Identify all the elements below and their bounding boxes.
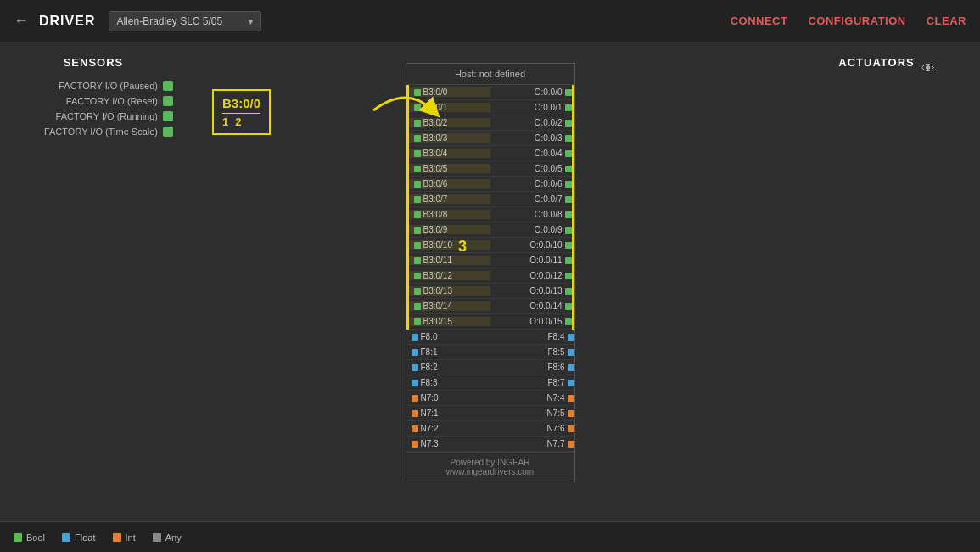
data-row-f8-1: F8:1 F8:5 bbox=[406, 345, 574, 360]
data-row-b3-0-12: B3:0/12 O:0.0/12 bbox=[409, 268, 572, 284]
sensor-item-timescale: FACTORY I/O (Time Scale) bbox=[14, 127, 173, 137]
data-rows-scroll[interactable]: B3:0/0 O:0.0/0 B3:0/1 O:0.0/ bbox=[406, 85, 574, 452]
eye-icon[interactable]: 👁 bbox=[921, 61, 935, 76]
footer-line2: www.ingeardrivers.com bbox=[410, 467, 571, 476]
annotation-b3-box: B3:0/0 1 2 bbox=[212, 89, 271, 135]
sensor-indicator-paused bbox=[163, 81, 173, 91]
sensor-indicator-timescale bbox=[163, 127, 173, 137]
driver-select-wrapper: Allen-Bradley SLC 5/05Allen-Bradley Micr… bbox=[109, 11, 261, 31]
data-row-n7-1: N7:1 N7:5 bbox=[406, 406, 574, 421]
main-area: SENSORS FACTORY I/O (Paused) FACTORY I/O… bbox=[0, 42, 980, 521]
actuators-header: ACTUATORS 👁 bbox=[807, 56, 966, 81]
actuators-title: ACTUATORS bbox=[838, 56, 914, 69]
data-row-b3-0-15: B3:0/15 O:0.0/15 bbox=[409, 314, 572, 330]
left-label: B3:0/0 bbox=[423, 87, 448, 97]
legend-label-bool: Bool bbox=[26, 532, 45, 543]
legend-float: Float bbox=[62, 532, 95, 543]
sensor-label-reset: FACTORY I/O (Reset) bbox=[66, 96, 158, 106]
legend-dot-any bbox=[153, 533, 161, 542]
driver-select[interactable]: Allen-Bradley SLC 5/05Allen-Bradley Micr… bbox=[109, 11, 261, 31]
data-row-b3-0-5: B3:0/5 O:0.0/5 bbox=[409, 161, 572, 177]
sensor-item-paused: FACTORY I/O (Paused) bbox=[14, 81, 173, 91]
configuration-button[interactable]: CONFIGURATION bbox=[808, 14, 905, 27]
data-row-b3-0-2: B3:0/2 O:0.0/2 bbox=[409, 115, 572, 131]
legend-label-float: Float bbox=[75, 532, 95, 543]
legend-label-int: Int bbox=[126, 532, 136, 543]
footer-legend: Bool Float Int Any bbox=[0, 521, 980, 552]
data-row-b3-0-1: B3:0/1 O:0.0/1 bbox=[409, 100, 572, 115]
sensors-title: SENSORS bbox=[14, 56, 173, 69]
connect-button[interactable]: CONNECT bbox=[731, 14, 788, 27]
legend-dot-bool bbox=[14, 533, 22, 542]
center-area: B3:0/0 1 2 3 Host: not defined bbox=[187, 42, 793, 521]
data-row-b3-0-8: B3:0/8 O:0.0/8 bbox=[409, 207, 572, 222]
footer-line1: Powered by INGEAR bbox=[410, 458, 571, 467]
clear-button[interactable]: CLEAR bbox=[927, 14, 966, 27]
annotation-number-3: 3 bbox=[458, 238, 467, 256]
left-indicator bbox=[414, 89, 421, 96]
data-row-b3-0-4: B3:0/4 O:0.0/4 bbox=[409, 146, 572, 161]
data-row-b3-0-6: B3:0/6 O:0.0/6 bbox=[409, 177, 572, 192]
right-indicator bbox=[565, 89, 572, 96]
right-label: O:0.0/0 bbox=[535, 87, 563, 97]
data-row-n7-3: N7:3 N7:7 bbox=[406, 437, 574, 452]
legend-any: Any bbox=[153, 532, 182, 543]
data-row-f8-3: F8:3 F8:7 bbox=[406, 375, 574, 391]
actuators-panel: ACTUATORS 👁 bbox=[793, 42, 980, 521]
sensor-indicator-reset bbox=[163, 96, 173, 106]
sensor-indicator-running bbox=[163, 111, 173, 121]
data-row-b3-0-10: B3:0/10 O:0.0/10 bbox=[409, 238, 572, 253]
data-row-n7-0: N7:0 N7:4 bbox=[406, 391, 574, 406]
data-row-n7-2: N7:2 N7:6 bbox=[406, 421, 574, 437]
data-row-b3-0-0: B3:0/0 O:0.0/0 bbox=[409, 85, 572, 100]
legend-label-any: Any bbox=[165, 532, 182, 543]
data-row-b3-0-14: B3:0/14 O:0.0/14 bbox=[409, 299, 572, 314]
sensor-label-timescale: FACTORY I/O (Time Scale) bbox=[44, 127, 158, 137]
data-row-f8-0: F8:0 F8:4 bbox=[406, 330, 574, 345]
legend-dot-float bbox=[62, 533, 70, 542]
legend-bool: Bool bbox=[14, 532, 45, 543]
annotation-sub1: 1 bbox=[222, 115, 228, 128]
sensor-item-running: FACTORY I/O (Running) bbox=[14, 111, 173, 121]
sensors-panel: SENSORS FACTORY I/O (Paused) FACTORY I/O… bbox=[0, 42, 187, 521]
data-row-b3-0-7: B3:0/7 O:0.0/7 bbox=[409, 192, 572, 207]
data-row-b3-0-9: B3:0/9 O:0.0/9 bbox=[409, 222, 572, 238]
sensor-item-reset: FACTORY I/O (Reset) bbox=[14, 96, 173, 106]
sensor-label-paused: FACTORY I/O (Paused) bbox=[59, 81, 158, 91]
annotation-b3-label: B3:0/0 bbox=[222, 96, 260, 110]
header: ← DRIVER Allen-Bradley SLC 5/05Allen-Bra… bbox=[0, 0, 980, 42]
page-title: DRIVER bbox=[39, 14, 95, 29]
data-panel-footer: Powered by INGEAR www.ingeardrivers.com bbox=[406, 452, 574, 482]
data-row-b3-0-3: B3:0/3 O:0.0/3 bbox=[409, 131, 572, 146]
data-panel: Host: not defined B3:0/0 O:0.0/0 bbox=[406, 63, 575, 482]
annotation-sub2: 2 bbox=[235, 115, 241, 128]
data-row-f8-2: F8:2 F8:6 bbox=[406, 360, 574, 375]
back-button[interactable]: ← bbox=[14, 12, 29, 30]
data-row-b3-0-13: B3:0/13 O:0.0/13 bbox=[409, 284, 572, 299]
sensor-label-running: FACTORY I/O (Running) bbox=[56, 111, 158, 121]
data-row-b3-0-11: B3:0/11 O:0.0/11 bbox=[409, 253, 572, 268]
legend-int: Int bbox=[113, 532, 136, 543]
legend-dot-int bbox=[113, 533, 121, 542]
host-label: Host: not defined bbox=[406, 64, 574, 85]
